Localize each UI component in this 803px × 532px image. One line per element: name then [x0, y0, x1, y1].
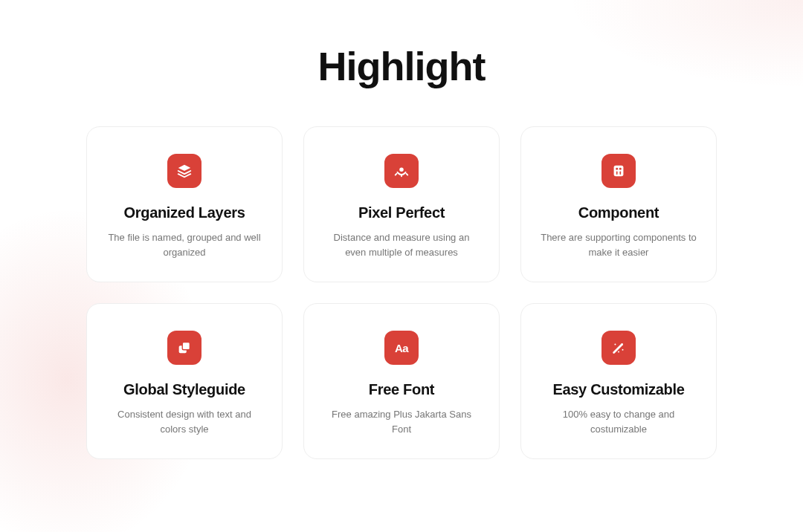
svg-rect-1: [614, 166, 624, 177]
svg-rect-7: [182, 343, 190, 350]
card-title: Free Font: [369, 381, 434, 398]
feature-card-component: Component There are supporting component…: [520, 126, 717, 282]
font-icon: Aa: [384, 331, 419, 365]
section-title: Highlight: [318, 43, 486, 89]
feature-card-pixel-perfect: Pixel Perfect Distance and measure using…: [303, 126, 500, 282]
card-title: Pixel Perfect: [358, 204, 445, 221]
highlight-section: Highlight Organized Layers The file is n…: [0, 0, 803, 459]
svg-point-11: [618, 351, 619, 352]
card-desc: The file is named, grouped and well orga…: [106, 230, 262, 259]
svg-point-9: [614, 343, 616, 345]
svg-point-8: [621, 343, 623, 346]
pixel-icon: [384, 154, 419, 188]
svg-point-3: [619, 168, 622, 170]
card-title: Component: [578, 204, 659, 221]
feature-card-organized-layers: Organized Layers The file is named, grou…: [86, 126, 283, 282]
feature-card-global-styleguide: Global Styleguide Consistent design with…: [86, 303, 283, 459]
card-desc: Distance and measure using an even multi…: [323, 230, 480, 259]
card-title: Easy Customizable: [552, 381, 684, 398]
feature-grid: Organized Layers The file is named, grou…: [86, 126, 717, 459]
svg-point-0: [399, 167, 404, 172]
card-desc: Consistent design with text and colors s…: [106, 407, 262, 436]
component-icon: [602, 154, 636, 188]
customize-icon: [602, 331, 636, 365]
card-title: Global Styleguide: [123, 381, 245, 398]
card-desc: Free amazing Plus Jakarta Sans Font: [323, 407, 480, 436]
svg-point-2: [616, 168, 618, 170]
layers-icon: [167, 154, 201, 188]
feature-card-free-font: Aa Free Font Free amazing Plus Jakarta S…: [303, 303, 500, 459]
feature-card-easy-customizable: Easy Customizable 100% easy to change an…: [520, 303, 717, 459]
svg-point-10: [622, 349, 623, 351]
styleguide-icon: [167, 331, 201, 365]
svg-rect-4: [616, 171, 618, 175]
card-title: Organized Layers: [123, 204, 245, 221]
svg-rect-5: [619, 171, 621, 175]
card-desc: There are supporting components to make …: [541, 230, 697, 259]
card-desc: 100% easy to change and costumizable: [541, 407, 697, 436]
